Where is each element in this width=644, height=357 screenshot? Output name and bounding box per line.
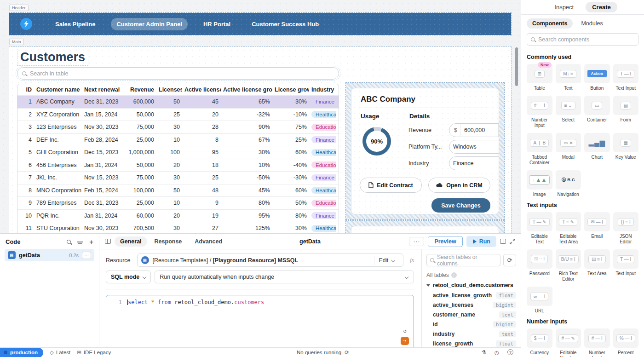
add-query-icon[interactable]: + (89, 238, 93, 245)
table-header-row[interactable]: ID Customer name Next renewal Revenue Li… (17, 84, 339, 96)
save-changes-button[interactable]: Save Changes (431, 198, 490, 213)
component-card[interactable]: Ⓐ B C Navigation (556, 170, 581, 197)
component-card[interactable]: ⚿ ·· I Password (527, 249, 552, 282)
resource-edit-button[interactable]: Edit (374, 256, 400, 265)
run-behavior-select[interactable]: Run query automatically when inputs chan… (155, 271, 414, 283)
table-row[interactable]: 4 DEF Inc. Feb 28, 2024 25,000 10 8 67% … (17, 134, 339, 147)
table-row[interactable]: 6 456 Enterprises Jan 31, 2024 50,000 20… (17, 159, 339, 172)
collapse-caret-icon[interactable] (426, 284, 430, 287)
col-license-growth[interactable]: License growth (272, 86, 309, 93)
col-customer-name[interactable]: Customer name (34, 86, 82, 93)
customers-table[interactable]: ID Customer name Next renewal Revenue Li… (17, 84, 339, 233)
table-row[interactable]: 7 JKL Inc. Nov 15, 2023 75,000 30 25 -50… (17, 172, 339, 184)
table-row[interactable]: 9 789 Enterprises Dec 31, 2023 25,000 10… (17, 197, 339, 210)
query-list-item-getdata[interactable]: ▤ getData 0.2s ··· (5, 249, 94, 261)
debug-tools-icon[interactable]: ⚗ (482, 349, 486, 356)
query-tab[interactable]: Advanced (189, 236, 228, 247)
component-card[interactable]: ▤ Form (613, 96, 639, 128)
app-canvas[interactable]: Header Main Sales PipelineCustomer Admin… (0, 0, 521, 233)
table-row[interactable]: 11 STU Corporation Nov 30, 2023 700,500 … (17, 222, 339, 233)
schema-field-row[interactable]: id bigint (426, 319, 516, 329)
component-card[interactable]: % — I Percent (613, 328, 639, 357)
history-icon[interactable]: ◷ (494, 349, 499, 356)
component-card[interactable]: M↓ ≡ Text (556, 64, 581, 91)
component-card[interactable]: # — I Number Input (584, 328, 610, 357)
component-card[interactable]: ▤ ≡ I Text Area (584, 249, 610, 282)
query-menu-button[interactable]: ··· (82, 252, 91, 259)
info-icon[interactable]: i (451, 272, 457, 278)
schema-field-row[interactable]: customer_name text (426, 310, 516, 319)
table-row[interactable]: 2 XYZ Corporation Jan 15, 2024 50,000 25… (17, 109, 339, 121)
component-card[interactable]: T ≡ ✎ Editable Text Area (556, 212, 581, 245)
query-tab[interactable]: General (115, 236, 147, 247)
detail-container[interactable]: ABC Company Usage 90% Details (346, 83, 504, 219)
component-card[interactable]: B/U ≡ I Rich Text Editor (556, 249, 581, 282)
nav-tab[interactable]: HR Portal (198, 18, 236, 30)
col-active-license-growth[interactable]: Active license growth (221, 86, 272, 93)
ai-assistant-button[interactable] (401, 337, 409, 345)
table-row[interactable]: 10 PQR Inc. Jan 31, 2024 60,000 20 19 95… (17, 210, 339, 223)
tab-inspect[interactable]: Inspect (548, 2, 580, 12)
col-industry[interactable]: Industry (309, 86, 336, 93)
component-card[interactable]: ⊞ New Table (527, 64, 552, 91)
schema-field-row[interactable]: industry text (426, 329, 516, 339)
table-row[interactable]: 1 ABC Company Dec 31, 2023 600,000 50 45… (17, 96, 339, 109)
nav-tab[interactable]: Sales Pipeline (50, 18, 101, 30)
open-in-crm-button[interactable]: Open in CRM (428, 178, 490, 193)
number-stepper[interactable] (498, 124, 499, 137)
more-options-button[interactable]: ··· (409, 237, 424, 246)
schema-field-row[interactable]: active_license_growth float (426, 290, 516, 300)
run-button[interactable]: Run (466, 236, 496, 247)
help-icon[interactable]: ? (507, 349, 513, 355)
table-row[interactable]: 5 GHI Corporation Dec 15, 2023 1,000,000… (17, 146, 339, 159)
col-next-renewal[interactable]: Next renewal (82, 86, 124, 93)
component-card[interactable]: # — ✎ Editable Number (556, 328, 581, 357)
subtab-components[interactable]: Components (527, 18, 573, 29)
nav-tab[interactable]: Customer Admin Panel (111, 18, 188, 30)
component-search-input[interactable]: Search components (527, 33, 638, 46)
component-card[interactable]: ▦ Key Value (613, 133, 639, 166)
environment-selector[interactable]: production (0, 348, 43, 357)
component-card[interactable]: A ❘ B Tabbed Container (527, 133, 552, 166)
subtab-modules[interactable]: Modules (575, 18, 608, 29)
component-card[interactable]: $ — I Currency (527, 328, 552, 357)
nav-tab[interactable]: Customer Success Hub (246, 18, 324, 30)
col-active-licenses[interactable]: Active licenses (182, 86, 221, 93)
app-nav-header[interactable]: Sales PipelineCustomer Admin PanelHR Por… (9, 13, 511, 35)
sql-mode-select[interactable]: SQL mode (106, 271, 151, 283)
component-card[interactable]: T — I Text Input (613, 249, 639, 282)
component-card[interactable]: ∞ — I URL (527, 287, 552, 314)
schema-table-node[interactable]: retool_cloud_demo.customers (426, 282, 516, 288)
revenue-input[interactable]: $ 600,000 (449, 123, 499, 137)
component-card[interactable]: ≡ ⌄ Select (556, 96, 581, 128)
ide-mode-toggle[interactable]: ⊞ IDE Legacy (77, 349, 111, 356)
schema-field-row[interactable]: license_growth float (426, 339, 516, 347)
revenue-value[interactable]: 600,000 (460, 127, 498, 133)
component-card[interactable]: # — I Number Input (527, 96, 552, 128)
component-card[interactable]: ▂▄▆ Chart (584, 133, 610, 166)
license-container[interactable]: License Utilization (346, 221, 504, 233)
toggle-sidebar-icon[interactable] (105, 239, 111, 244)
filter-icon[interactable] (77, 242, 83, 242)
col-revenue[interactable]: Revenue (124, 86, 156, 93)
component-library[interactable]: Commonly used ⊞ New Table M↓ ≡ Text Act (521, 49, 644, 357)
component-card[interactable]: T — ✎ Editable Text (527, 212, 552, 245)
schema-search-input[interactable]: Search tables or columns (426, 254, 500, 266)
component-card[interactable]: Action Button (584, 64, 610, 91)
component-card[interactable]: T — I Text Input (613, 64, 639, 91)
component-card[interactable]: ▭ ✕ Modal (556, 133, 581, 166)
industry-select[interactable]: Finance (449, 156, 499, 170)
tab-create[interactable]: Create (586, 2, 617, 12)
query-tab[interactable]: Response (149, 236, 188, 247)
table-row[interactable]: 8 MNO Corporation Feb 15, 2024 100,000 5… (17, 184, 339, 197)
platform-select[interactable]: Windows (449, 140, 499, 154)
component-card[interactable]: ▭ Container (584, 96, 610, 128)
component-card[interactable]: {} ≡ I JSON Editor (613, 212, 639, 245)
canvas-scrollbar[interactable] (515, 47, 518, 86)
sql-code-line[interactable]: select * from retool_cloud_demo.customer… (127, 299, 414, 305)
component-card[interactable]: ✉ — I Email (584, 212, 610, 245)
table-search-input[interactable]: Search in table (17, 67, 339, 80)
refresh-icon[interactable]: ⟳ (345, 349, 349, 356)
fx-icon[interactable]: fx (410, 257, 414, 264)
component-card[interactable]: · ▲▲ Image (527, 170, 552, 197)
